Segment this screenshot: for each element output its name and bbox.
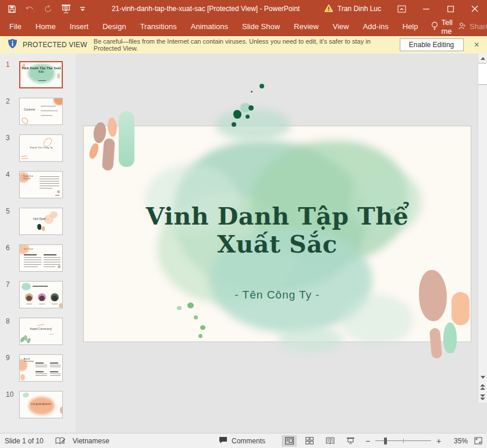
ribbon-tab-addins[interactable]: Add-ins <box>356 17 396 35</box>
ribbon-tab-design[interactable]: Design <box>95 17 133 35</box>
thumbnail-slide-3[interactable]: 3 Thành Tích Công Ty <box>0 134 76 162</box>
zoom-in-button[interactable]: + <box>434 436 443 446</box>
customize-qat-icon[interactable] <box>80 6 86 12</box>
ribbon-tab-help[interactable]: Help <box>396 17 425 35</box>
scroll-up-arrow-icon[interactable] <box>478 54 487 63</box>
thumb-text <box>24 262 41 262</box>
maximize-button[interactable] <box>438 0 463 17</box>
thumb-photo <box>51 293 59 301</box>
slide-subtitle-text[interactable]: - Tên Công Ty - <box>83 289 471 301</box>
ribbon-tab-animations[interactable]: Animations <box>184 17 235 35</box>
blob <box>21 116 30 125</box>
slide-editing-canvas[interactable]: Vinh Danh Tập Thể Xuất Sắc - Tên Công Ty… <box>76 54 478 433</box>
reading-view-button[interactable] <box>322 435 337 447</box>
protected-view-label: PROTECTED VIEW <box>23 41 87 49</box>
status-left: Slide 1 of 10 Vietnamese <box>0 437 109 445</box>
banner-close-icon[interactable]: ✕ <box>473 41 481 49</box>
quick-access-toolbar <box>0 4 87 13</box>
thumbnail-slide-9[interactable]: 9 Award Ceremony <box>0 354 76 382</box>
ribbon-tab-home[interactable]: Home <box>29 17 63 35</box>
slide-number: 5 <box>0 208 19 235</box>
minimize-button[interactable] <box>414 0 438 17</box>
slideshow-view-button[interactable] <box>343 435 358 447</box>
deco-blob <box>119 111 134 167</box>
account-button[interactable]: Tran Dinh Luc <box>324 4 381 14</box>
status-bar: Slide 1 of 10 Vietnamese Comments − + 35… <box>0 433 487 448</box>
thumb-text <box>24 264 41 265</box>
slide-number: 8 <box>0 318 19 345</box>
blob <box>54 98 63 105</box>
slide-number: 2 <box>0 98 19 125</box>
blob <box>22 283 31 290</box>
thumb-text <box>50 374 61 374</box>
thumbnail-slide-5[interactable]: 5 Vinh Danh ... <box>0 208 76 235</box>
ribbon-display-options-button[interactable] <box>389 0 414 17</box>
thumb-title: Vinh Danh Tập Thể Xuất Sắc <box>20 67 62 73</box>
ribbon-tab-view[interactable]: View <box>326 17 356 35</box>
thumbnail-slide-4[interactable]: 4 Thành Tích Công Ty <box>0 171 76 198</box>
tell-me-label: Tell me <box>442 18 453 35</box>
thumbnail-slide-8[interactable]: 8 Award Ceremony! <box>0 318 76 345</box>
thumb-text <box>44 254 56 255</box>
language-button[interactable]: Vietnamese <box>73 437 109 445</box>
tell-me-button[interactable]: Tell me <box>425 18 459 35</box>
thumbnail-slide-2[interactable]: 2 Contents <box>0 98 76 125</box>
scroll-down-arrow-icon[interactable] <box>478 372 487 382</box>
slide-title-line1: Vinh Danh Tập Thể <box>83 202 471 230</box>
zoom-slider-thumb[interactable] <box>384 438 387 445</box>
zoom-slider[interactable] <box>375 435 431 447</box>
scrollbar-thumb[interactable] <box>478 63 487 85</box>
slide-sorter-view-button[interactable] <box>302 435 317 447</box>
blob <box>42 226 45 231</box>
scrollbar-track[interactable] <box>478 54 487 403</box>
thumb-text <box>22 158 29 159</box>
vertical-scrollbar[interactable] <box>478 54 487 433</box>
blob <box>29 397 55 415</box>
thumbnail-slide-1[interactable]: 1 Vinh Danh Tập Thể Xuất Sắc <box>0 61 76 88</box>
thumbnail-slide-7[interactable]: 7 <box>0 281 76 308</box>
thumb-text <box>41 115 52 116</box>
next-slide-button[interactable] <box>478 392 487 403</box>
undo-icon <box>25 5 35 13</box>
scrollbar-track-space[interactable] <box>478 85 487 372</box>
watercolor-wash <box>215 109 291 141</box>
thumbnail-slide-10[interactable]: 10 Congratulations! <box>0 391 76 418</box>
watercolor-wash <box>278 326 343 353</box>
thumb-text <box>50 362 58 364</box>
redo-icon <box>44 5 52 13</box>
proofing-icon[interactable] <box>55 437 65 445</box>
watercolor-wash <box>340 295 413 344</box>
thumbnail-preview: Vinh Danh ... <box>19 208 63 235</box>
ribbon-tab-slideshow[interactable]: Slide Show <box>235 17 287 35</box>
ribbon-tab-transitions[interactable]: Transitions <box>133 17 184 35</box>
paint-splatter-dot <box>233 110 241 119</box>
blob <box>57 190 60 193</box>
ribbon-tab-insert[interactable]: Insert <box>63 17 96 35</box>
thumb-text <box>40 181 59 182</box>
start-slideshow-icon[interactable] <box>61 4 71 13</box>
ribbon-tab-file[interactable]: File <box>2 17 29 35</box>
thumb-text <box>35 371 44 372</box>
thumb-text <box>33 286 48 287</box>
titlebar-right: Tran Dinh Luc <box>324 0 487 17</box>
paint-splatter-dot <box>246 115 250 119</box>
save-icon[interactable] <box>8 5 16 13</box>
thumb-text <box>40 183 59 184</box>
previous-slide-button[interactable] <box>478 382 487 392</box>
comments-label: Comments <box>232 437 265 445</box>
fit-slide-to-window-button[interactable] <box>472 435 484 447</box>
thumb-text <box>35 375 47 376</box>
slide-title-text[interactable]: Vinh Danh Tập Thể Xuất Sắc <box>83 202 471 258</box>
close-button[interactable] <box>463 0 487 17</box>
slide-number: 1 <box>0 61 19 88</box>
zoom-percentage-button[interactable]: 35% <box>447 437 468 445</box>
thumb-text <box>40 186 59 186</box>
comments-button[interactable]: Comments <box>219 436 265 446</box>
normal-view-button[interactable] <box>282 435 297 447</box>
ribbon-tab-review[interactable]: Review <box>287 17 326 35</box>
thumb-text <box>26 304 32 304</box>
enable-editing-button[interactable]: Enable Editing <box>400 38 464 51</box>
zoom-out-button[interactable]: − <box>363 436 372 446</box>
thumbnail-slide-6[interactable]: 6 Top Team <box>0 244 76 272</box>
share-button[interactable]: Share <box>458 22 487 31</box>
